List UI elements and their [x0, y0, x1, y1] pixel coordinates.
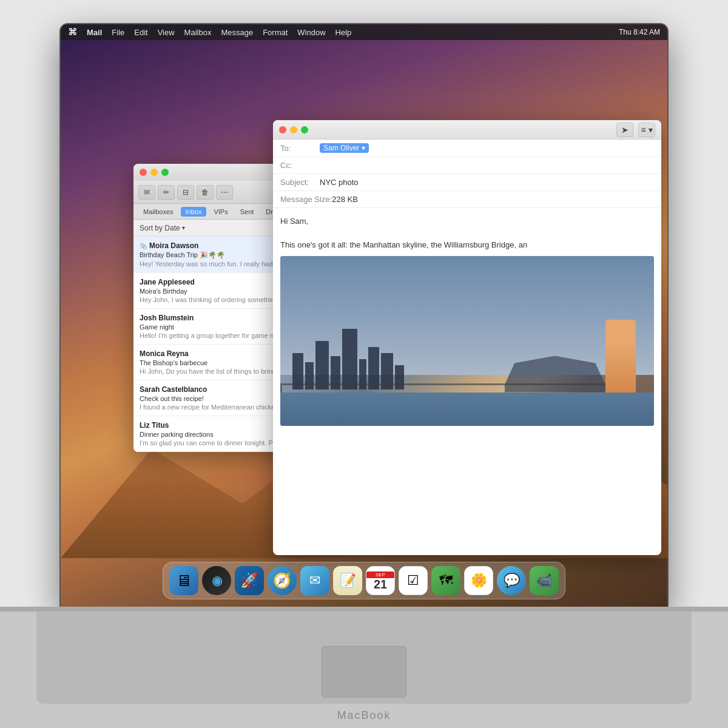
menu-help[interactable]: Help [335, 28, 352, 37]
macbook-bottom: MacBook [0, 607, 728, 728]
subject-value: NYC photo [320, 178, 359, 187]
nyc-photo [280, 256, 654, 426]
delete-icon[interactable]: 🗑 [197, 185, 214, 200]
dock-launchpad[interactable]: 🚀 [235, 566, 264, 595]
macbook-model-label: MacBook [337, 709, 391, 722]
subject-label: Subject: [280, 178, 320, 187]
menu-view[interactable]: View [158, 28, 175, 37]
macbook-keyboard-area [36, 612, 692, 704]
building-5 [342, 329, 357, 389]
menu-bar-right: Thu 8:42 AM [619, 28, 660, 36]
menu-window[interactable]: Window [297, 28, 325, 37]
tab-inbox[interactable]: Inbox [181, 207, 207, 217]
menu-bar-left: ⌘ Mail File Edit View Mailbox Message Fo… [68, 27, 351, 38]
dock-finder[interactable]: 🖥 [169, 566, 198, 595]
menu-clock: Thu 8:42 AM [619, 28, 660, 36]
dock-reminders[interactable]: ☑ [399, 566, 428, 595]
compose-maximize-button[interactable] [301, 126, 308, 133]
tab-mailboxes[interactable]: Mailboxes [138, 207, 178, 217]
apple-menu[interactable]: ⌘ [68, 27, 77, 38]
dock-siri[interactable]: ◉ [202, 566, 231, 595]
menu-edit[interactable]: Edit [134, 28, 147, 37]
recipient-tag[interactable]: Sam Oliver ▾ [320, 143, 369, 153]
send-icon[interactable]: ➤ [616, 123, 633, 137]
macbook-hinge [0, 607, 728, 612]
more-icon[interactable]: ⋯ [216, 185, 233, 200]
compose-titlebar: ➤ ≡ ▾ [273, 120, 661, 140]
archive-icon[interactable]: ⊟ [177, 185, 194, 200]
menu-message[interactable]: Message [221, 28, 253, 37]
menu-file[interactable]: File [112, 28, 124, 37]
size-value: 228 KB [332, 195, 358, 204]
dock-maps[interactable]: 🗺 [431, 566, 460, 595]
menu-bar: ⌘ Mail File Edit View Mailbox Message Fo… [61, 24, 667, 40]
person [605, 320, 636, 393]
to-label: To: [280, 144, 320, 153]
dock-safari[interactable]: 🧭 [268, 566, 297, 595]
size-field: Message Size: 228 KB [273, 191, 661, 208]
dock-messages[interactable]: 💬 [497, 566, 526, 595]
menu-format[interactable]: Format [263, 28, 288, 37]
water [280, 393, 654, 426]
dock: 🖥 ◉ 🚀 🧭 ✉ 📝 SEP [163, 562, 565, 599]
tab-sent[interactable]: Sent [235, 207, 259, 217]
compose-body: Hi Sam, This one's got it all: the Manha… [273, 208, 661, 438]
to-field[interactable]: To: Sam Oliver ▾ [273, 140, 661, 157]
compose-icon[interactable]: ✉ [138, 185, 155, 200]
sort-label: Sort by Date [140, 224, 180, 232]
dock-calendar[interactable]: SEP 21 [366, 566, 395, 595]
subject-field: Subject: NYC photo [273, 174, 661, 191]
cc-label: Cc: [280, 161, 320, 170]
list-view-icon[interactable]: ≡ ▾ [638, 123, 655, 137]
maximize-button[interactable] [161, 169, 169, 176]
new-message-icon[interactable]: ✏ [158, 185, 175, 200]
compose-window: ➤ ≡ ▾ To: Sam Oliver ▾ Cc: Subject: NYC … [273, 120, 661, 555]
compose-text: This one's got it all: the Manhattan sky… [280, 239, 654, 251]
sort-chevron-icon: ▾ [182, 224, 185, 231]
size-label: Message Size: [280, 195, 332, 204]
tab-vips[interactable]: VIPs [209, 207, 232, 217]
dock-facetime[interactable]: 📹 [530, 566, 559, 595]
building-3 [315, 341, 329, 389]
macbook-outer: ⌘ Mail File Edit View Mailbox Message Fo… [0, 0, 728, 728]
compose-minimize-button[interactable] [290, 126, 297, 133]
trackpad[interactable] [322, 646, 406, 698]
compose-close-button[interactable] [279, 126, 286, 133]
menu-mailbox[interactable]: Mailbox [184, 28, 212, 37]
cc-field[interactable]: Cc: [273, 157, 661, 174]
minimize-button[interactable] [150, 169, 158, 176]
compose-greeting: Hi Sam, [280, 215, 654, 228]
menu-mail[interactable]: Mail [87, 28, 102, 37]
close-button[interactable] [140, 169, 147, 176]
dock-mail[interactable]: ✉ [300, 566, 329, 595]
dock-photos[interactable]: 🌼 [464, 566, 493, 595]
screen-area: ⌘ Mail File Edit View Mailbox Message Fo… [61, 24, 667, 607]
dock-notes[interactable]: 📝 [333, 566, 362, 595]
